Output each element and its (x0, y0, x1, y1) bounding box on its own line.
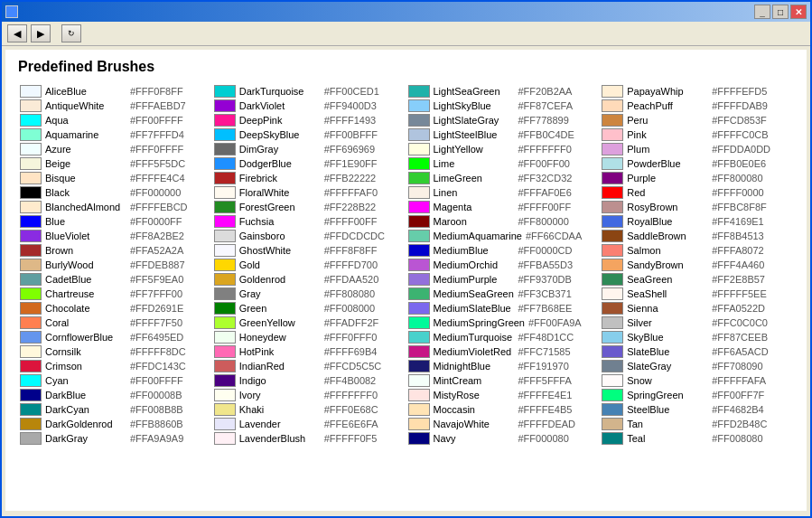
color-hex: #FF4169E1 (712, 216, 775, 227)
list-item: DarkBlue#FF00008B (18, 388, 212, 402)
title-bar-left (5, 5, 18, 18)
maximize-button[interactable]: □ (772, 5, 789, 19)
list-item: Honeydew#FFF0FFF0 (212, 330, 406, 344)
content-area: Predefined Brushes AliceBlue#FFF0F8FFDar… (5, 50, 807, 511)
color-hex: #FFFFDEAD (518, 419, 582, 429)
color-swatch (20, 143, 42, 155)
color-swatch (214, 215, 236, 228)
color-swatch (214, 331, 236, 344)
list-item: Firebrick#FFB22222 (212, 171, 406, 185)
color-swatch (408, 403, 430, 416)
color-hex: #FFFFD700 (324, 259, 387, 270)
color-swatch (20, 287, 42, 300)
color-swatch (20, 360, 42, 372)
color-hex: #FF1E90FF (324, 158, 387, 169)
color-name: Blue (45, 216, 126, 227)
list-item: MediumAquamarine#FF66CDAA (406, 229, 601, 243)
color-hex: #FFA9A9A9 (130, 433, 193, 444)
color-hex: #FFDAA520 (324, 274, 387, 285)
color-hex: #FFADFF2F (324, 317, 387, 328)
color-name: Brown (45, 245, 126, 256)
color-hex: #FFD2B48C (712, 419, 775, 429)
color-swatch (20, 374, 42, 387)
minimize-button[interactable]: _ (754, 5, 770, 19)
color-name: Goldenrod (239, 274, 321, 285)
color-hex: #FFDCDCDC (324, 231, 387, 241)
color-swatch (408, 157, 430, 170)
color-swatch (408, 99, 430, 112)
color-hex: #FF20B2AA (518, 86, 582, 97)
color-name: Maroon (434, 216, 515, 227)
list-item: LavenderBlush#FFFFF0F5 (212, 431, 406, 446)
color-name: Beige (45, 158, 126, 169)
color-name: Green (239, 303, 321, 314)
color-swatch (20, 114, 42, 127)
color-name: DarkViolet (239, 100, 321, 111)
color-name: MistyRose (434, 390, 515, 400)
color-swatch (20, 432, 42, 445)
title-buttons: _ □ ✕ (754, 5, 807, 19)
color-name: SlateBlue (627, 346, 708, 357)
color-hex: #FFF5F5DC (130, 158, 193, 169)
list-item: GhostWhite#FFF8F8FF (212, 243, 406, 258)
color-hex: #FF87CEFA (518, 100, 582, 111)
color-swatch (408, 287, 430, 300)
color-hex: #FFC0C0C0 (712, 317, 775, 328)
list-item: MediumTurquoise#FF48D1CC (406, 330, 601, 344)
color-swatch (602, 128, 623, 141)
color-name: MediumPurple (434, 274, 515, 285)
color-hex: #FF8B4513 (712, 231, 775, 241)
color-swatch (214, 403, 236, 416)
refresh-button[interactable]: ↻ (61, 24, 81, 42)
list-item: MediumSpringGreen#FF00FA9A (406, 316, 601, 330)
color-hex: #FFFF00FF (324, 216, 387, 227)
color-swatch (20, 215, 42, 228)
color-hex: #FF000000 (130, 187, 193, 198)
color-name: MidnightBlue (434, 361, 515, 372)
color-swatch (408, 201, 430, 213)
list-item: ForestGreen#FF228B22 (212, 200, 406, 214)
list-item: Blue#FF0000FF (18, 214, 212, 229)
list-item: Gold#FFFFD700 (212, 258, 406, 272)
color-name: LightSeaGreen (434, 86, 515, 97)
list-item: SandyBrown#FFF4A460 (600, 258, 794, 272)
close-button[interactable]: ✕ (790, 5, 807, 19)
color-hex: #FF5F9EA0 (130, 274, 193, 285)
list-item: Fuchsia#FFFF00FF (212, 214, 406, 229)
color-swatch (602, 432, 623, 445)
color-hex: #FF00008B (130, 390, 193, 400)
list-item: Gainsboro#FFDCDCDC (212, 229, 406, 243)
color-name: Cyan (45, 375, 126, 386)
list-item: DarkGray#FFA9A9A9 (18, 431, 212, 446)
color-name: Red (627, 187, 708, 198)
list-item: MediumSlateBlue#FF7B68EE (406, 301, 601, 316)
color-name: SteelBlue (627, 404, 708, 415)
list-item: Maroon#FF800000 (406, 214, 601, 229)
color-swatch (408, 244, 430, 257)
main-window: _ □ ✕ ◀ ▶ ↻ Predefined Brushes AliceBlue… (0, 0, 812, 518)
color-swatch (20, 345, 42, 358)
color-name: BlueViolet (45, 231, 126, 241)
list-item: CadetBlue#FF5F9EA0 (18, 272, 212, 287)
list-item: DimGray#FF696969 (212, 142, 406, 156)
color-swatch (214, 143, 236, 155)
color-swatch (20, 244, 42, 257)
list-item: Plum#FFDDA0DD (600, 142, 794, 156)
color-swatch (602, 157, 623, 170)
list-item: RoyalBlue#FF4169E1 (600, 214, 794, 229)
color-name: RosyBrown (627, 202, 708, 212)
color-hex: #FF008B8B (130, 404, 193, 415)
list-item: Pink#FFFFC0CB (600, 127, 794, 142)
color-hex: #FFFFE4E1 (518, 390, 582, 400)
color-name: BlanchedAlmond (45, 202, 126, 212)
color-swatch (214, 287, 236, 300)
color-name: LavenderBlush (239, 433, 321, 444)
list-item: SeaGreen#FF2E8B57 (600, 272, 794, 287)
forward-button[interactable]: ▶ (31, 24, 51, 42)
color-hex: #FFDEB887 (130, 259, 193, 270)
list-item: LightSkyBlue#FF87CEFA (406, 99, 601, 113)
back-button[interactable]: ◀ (7, 24, 27, 42)
color-name: DarkGray (45, 433, 126, 444)
list-item: BlueViolet#FF8A2BE2 (18, 229, 212, 243)
color-swatch (214, 360, 236, 372)
